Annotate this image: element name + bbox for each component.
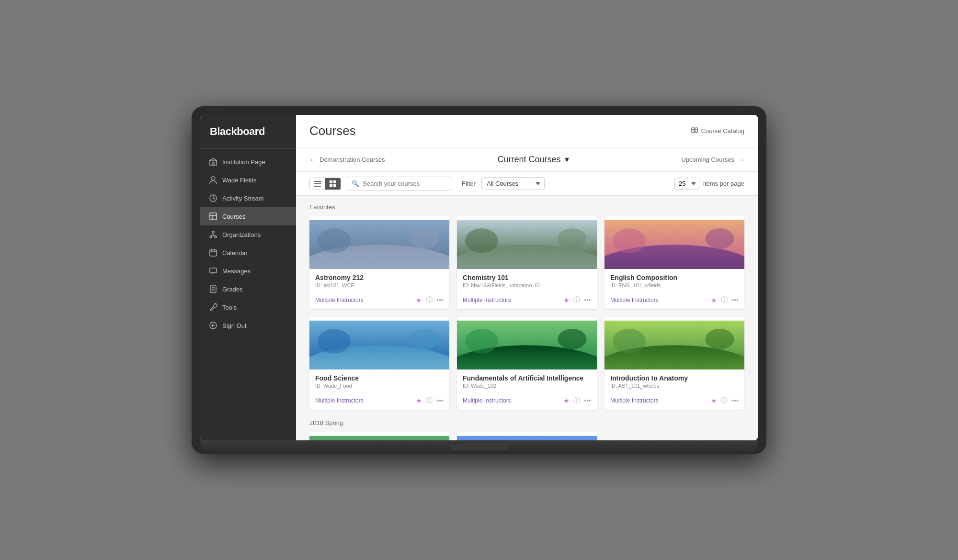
- course-card[interactable]: Chemistry 101 ID: bbw19WFields_ultrademo…: [457, 216, 597, 309]
- sidebar-item-grades[interactable]: Grades: [200, 280, 296, 298]
- current-label: Current Courses: [497, 155, 560, 165]
- instructors-link[interactable]: Multiple Instructors: [463, 297, 563, 303]
- sidebar-item-sign-out[interactable]: Sign Out: [200, 316, 296, 335]
- svg-point-45: [613, 228, 646, 253]
- grid-view-button[interactable]: [325, 178, 341, 190]
- favorite-icon[interactable]: ★: [416, 397, 422, 404]
- more-options-icon[interactable]: •••: [731, 296, 739, 304]
- svg-point-38: [410, 228, 439, 249]
- svg-point-37: [318, 228, 351, 253]
- sidebar-item-wade-fields[interactable]: Wade Fields: [200, 171, 296, 189]
- course-footer: Multiple Instructors ★ ⓘ •••: [604, 394, 744, 410]
- instructors-link[interactable]: Multiple Instructors: [463, 397, 563, 404]
- info-icon[interactable]: ⓘ: [721, 296, 728, 304]
- more-options-icon[interactable]: •••: [584, 296, 591, 304]
- svg-rect-34: [333, 184, 336, 187]
- calendar-icon: [209, 248, 217, 257]
- per-page-select[interactable]: 25 50 100: [674, 178, 699, 190]
- course-card[interactable]: Course B ID: course_b Multiple Instructo…: [457, 432, 597, 440]
- sidebar-item-calendar[interactable]: Calendar: [200, 244, 296, 262]
- list-view-button[interactable]: [310, 178, 325, 190]
- right-arrow-icon: →: [738, 156, 744, 163]
- course-id: ID: Wade_Food: [315, 383, 444, 389]
- sidebar-item-organizations[interactable]: Organizations: [200, 225, 296, 244]
- more-options-icon[interactable]: •••: [436, 296, 444, 304]
- more-options-icon[interactable]: •••: [731, 397, 739, 404]
- signout-icon: [209, 321, 217, 330]
- course-info: Food Science ID: Wade_Food: [309, 370, 449, 394]
- favorite-icon[interactable]: ★: [416, 296, 422, 304]
- current-nav[interactable]: Current Courses ▾: [497, 154, 569, 165]
- course-catalog-button[interactable]: Course Catalog: [691, 126, 744, 135]
- search-input[interactable]: [347, 177, 452, 190]
- svg-rect-33: [330, 184, 332, 187]
- activity-icon: [209, 194, 217, 202]
- course-name: English Composition: [610, 274, 739, 281]
- course-nav-tabs: ← Demonstration Courses Current Courses …: [296, 147, 758, 172]
- course-info: English Composition ID: ENG_101_wfields: [604, 269, 744, 294]
- instructors-link[interactable]: Multiple Instructors: [315, 297, 416, 303]
- svg-point-7: [212, 231, 214, 233]
- favorite-icon[interactable]: ★: [711, 397, 717, 404]
- items-per-page: 25 50 100 items per page: [674, 178, 744, 190]
- dropdown-arrow-icon: ▾: [565, 154, 569, 165]
- favorite-icon[interactable]: ★: [563, 296, 570, 304]
- main-header: Courses Course Catalog: [296, 115, 758, 147]
- sidebar-item-messages[interactable]: Messages: [200, 262, 296, 280]
- info-icon[interactable]: ⓘ: [721, 396, 728, 405]
- courses-icon: [209, 212, 217, 221]
- svg-point-42: [558, 228, 586, 249]
- course-name: Chemistry 101: [463, 274, 591, 281]
- course-card[interactable]: English Composition ID: ENG_101_wfields …: [604, 216, 744, 309]
- svg-rect-25: [695, 128, 697, 133]
- org-icon: [209, 230, 217, 239]
- sidebar-label-wade-fields: Wade Fields: [222, 177, 257, 184]
- favorite-icon[interactable]: ★: [563, 397, 570, 404]
- more-options-icon[interactable]: •••: [436, 397, 444, 404]
- favorite-icon[interactable]: ★: [711, 296, 717, 304]
- sidebar-label-calendar: Calendar: [222, 249, 248, 257]
- svg-point-57: [613, 329, 646, 354]
- filter-select[interactable]: All CoursesCurrent CoursesPast CoursesFu…: [481, 177, 545, 190]
- course-card[interactable]: Fundamentals of Artificial Intelligence …: [457, 317, 597, 410]
- info-icon[interactable]: ⓘ: [426, 396, 433, 405]
- svg-rect-28: [314, 181, 321, 182]
- course-card[interactable]: Astronomy 212 ID: ast101_WCF Multiple In…: [309, 216, 449, 309]
- next-nav[interactable]: Upcoming Courses →: [681, 156, 744, 163]
- page-title: Courses: [309, 123, 356, 138]
- svg-point-41: [465, 228, 498, 253]
- info-icon[interactable]: ⓘ: [573, 296, 580, 304]
- svg-rect-17: [210, 268, 217, 273]
- sidebar-item-tools[interactable]: Tools: [200, 298, 296, 316]
- more-options-icon[interactable]: •••: [584, 397, 591, 404]
- course-name: Introduction to Anatomy: [610, 374, 739, 382]
- section-label: 2018 Spring: [309, 419, 744, 426]
- sidebar-item-activity-stream[interactable]: Activity Stream: [200, 189, 296, 207]
- left-arrow-icon: ←: [309, 156, 316, 163]
- course-footer: Multiple Instructors ★ ⓘ •••: [604, 294, 744, 309]
- course-card[interactable]: Course A ID: course_a Multiple Instructo…: [309, 432, 449, 440]
- messages-icon: [209, 267, 217, 275]
- card-actions: ★ ⓘ •••: [416, 296, 444, 304]
- info-icon[interactable]: ⓘ: [426, 296, 433, 304]
- instructors-link[interactable]: Multiple Instructors: [315, 397, 416, 404]
- card-actions: ★ ⓘ •••: [416, 396, 444, 405]
- svg-point-2: [211, 177, 215, 180]
- sidebar-item-institution-page[interactable]: Institution Page: [200, 153, 296, 171]
- course-footer: Multiple Instructors ★ ⓘ •••: [457, 394, 597, 410]
- toolbar: 🔍 Filter All CoursesCurrent CoursesPast …: [296, 172, 758, 196]
- course-card[interactable]: Food Science ID: Wade_Food Multiple Inst…: [309, 317, 449, 410]
- sidebar-label-tools: Tools: [222, 304, 237, 311]
- course-catalog-label: Course Catalog: [701, 127, 744, 134]
- sidebar-item-courses[interactable]: Courses: [200, 207, 296, 225]
- course-card[interactable]: Introduction to Anatomy ID: AST_101_wfie…: [604, 317, 744, 410]
- svg-rect-63: [457, 436, 597, 440]
- instructors-link[interactable]: Multiple Instructors: [610, 297, 711, 303]
- instructors-link[interactable]: Multiple Instructors: [610, 397, 711, 404]
- svg-rect-1: [212, 163, 214, 165]
- svg-point-54: [558, 329, 586, 349]
- sidebar-label-messages: Messages: [222, 268, 251, 275]
- search-icon: 🔍: [352, 180, 359, 187]
- info-icon[interactable]: ⓘ: [573, 396, 580, 405]
- prev-nav[interactable]: ← Demonstration Courses: [309, 156, 385, 163]
